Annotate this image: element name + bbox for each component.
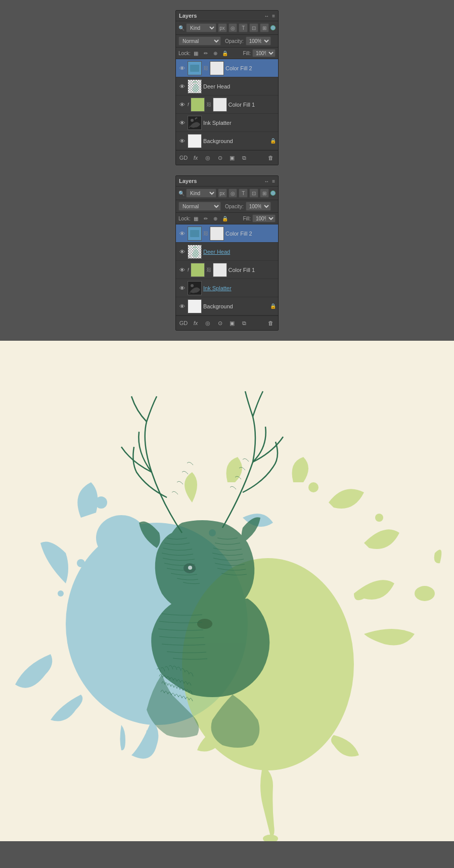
layer-row-color-fill-2[interactable]: 👁 ⛓ Color Fill 2 — [176, 59, 278, 77]
toolbar-new-btn-2[interactable]: ⧉ — [239, 318, 249, 328]
toolbar-fx-btn-2[interactable]: fx — [191, 318, 201, 328]
fill-select-1[interactable]: 100% — [252, 49, 276, 57]
layer-row-color-fill-1[interactable]: 👁 f ⛓ Color Fill 1 — [176, 96, 278, 114]
svg-point-0 — [191, 119, 194, 122]
chain-icon-4: ⛓ — [206, 267, 211, 272]
chain-icon-1: ⛓ — [203, 65, 208, 71]
filter-pixel-btn-2[interactable]: px — [218, 189, 227, 198]
toolbar-mask-btn-1[interactable]: ◎ — [203, 153, 213, 163]
filter-smart-btn-1[interactable]: ⊞ — [260, 23, 269, 32]
filter-on-indicator-1[interactable] — [270, 25, 276, 30]
panel-2-title: Layers — [179, 178, 197, 184]
layers-panel-1: Layers ↔ ≡ 🔍 Kind px ◎ T ⊡ ⊞ Normal Opac… — [175, 10, 279, 165]
toolbar-fx-btn-1[interactable]: fx — [191, 153, 201, 163]
toolbar-delete-btn-2[interactable]: 🗑 — [265, 318, 276, 328]
fill-label-2: Fill: — [243, 216, 251, 221]
eye-icon-color-fill-2[interactable]: 👁 — [178, 64, 186, 72]
menu-icon[interactable]: ≡ — [272, 13, 275, 19]
layer-name-background: Background — [203, 138, 268, 144]
filter-kind-select-2[interactable]: Kind — [186, 189, 216, 198]
lock-position-btn-2[interactable]: ⊕ — [211, 214, 219, 222]
fill-select-2[interactable]: 100% — [252, 214, 276, 222]
layer-row-ink-splatter-b[interactable]: 👁 ♪ Ink Splatter — [176, 279, 278, 297]
layer-name-deer-head: Deer Head — [203, 83, 276, 89]
eye-icon-color-fill-1b[interactable]: 👁 — [178, 266, 186, 274]
filter-adjust-btn-2[interactable]: ◎ — [229, 189, 238, 198]
layer-name-color-fill-2: Color Fill 2 — [225, 65, 276, 71]
toolbar-go-btn-1[interactable]: GD — [178, 153, 189, 163]
eye-icon-deer-head-b[interactable]: 👁 — [178, 248, 186, 256]
toolbar-new-btn-1[interactable]: ⧉ — [239, 153, 249, 163]
eye-icon-color-fill-2b[interactable]: 👁 — [178, 230, 186, 238]
eye-icon-color-fill-1[interactable]: 👁 — [178, 101, 186, 109]
lock-all-btn-1[interactable]: 🔒 — [221, 49, 229, 57]
eye-icon-background-b[interactable]: 👁 — [178, 302, 186, 310]
blend-mode-select-1[interactable]: Normal — [178, 36, 221, 45]
svg-point-14 — [375, 514, 383, 522]
filter-on-indicator-2[interactable] — [270, 191, 276, 196]
layer-thumb-white-1 — [210, 61, 224, 75]
layer-thumb-deer-2: ♪ — [188, 245, 202, 259]
dark-section: Layers ↔ ≡ 🔍 Kind px ◎ T ⊡ ⊞ Normal Opac… — [0, 0, 454, 341]
lock-image-btn-1[interactable]: ✏ — [202, 49, 210, 57]
layer-row-deer-head[interactable]: 👁 Deer Head — [176, 77, 278, 96]
filter-pixel-btn-1[interactable]: px — [218, 23, 227, 32]
lock-all-btn-2[interactable]: 🔒 — [221, 214, 229, 222]
svg-point-6 — [77, 559, 85, 567]
filter-type-btn-2[interactable]: T — [239, 189, 248, 198]
layer-thumb-white-2 — [213, 98, 227, 112]
layer-name-ink-splatter: Ink Splatter — [203, 120, 276, 126]
artwork-section — [0, 341, 454, 841]
filter-shape-btn-2[interactable]: ⊡ — [249, 189, 258, 198]
lock-transparent-btn-2[interactable]: ▦ — [192, 214, 200, 222]
layers-list-2: 👁 ⛓ Color Fill 2 👁 ♪ — [176, 224, 278, 315]
layer-row-color-fill-1b[interactable]: 👁 f ⛓ Color Fill 1 — [176, 261, 278, 279]
eye-icon-ink-splatter[interactable]: 👁 — [178, 119, 186, 127]
eye-icon-deer-head[interactable]: 👁 — [178, 82, 186, 90]
layer-thumb-bg-2 — [188, 299, 202, 313]
layer-row-deer-head-b[interactable]: 👁 ♪ Deer Head — [176, 243, 278, 261]
toolbar-mask-btn-2[interactable]: ◎ — [203, 318, 213, 328]
fx-icon-1: f — [188, 102, 189, 107]
panel-1-titlebar: Layers ↔ ≡ — [176, 11, 278, 21]
filter-type-btn-1[interactable]: T — [239, 23, 248, 32]
lock-row-2: Lock: ▦ ✏ ⊕ 🔒 Fill: 100% — [176, 213, 278, 224]
layer-name-color-fill-1b: Color Fill 1 — [229, 267, 276, 273]
toolbar-delete-btn-1[interactable]: 🗑 — [265, 153, 276, 163]
filter-kind-select-1[interactable]: Kind — [186, 23, 216, 32]
opacity-select-2[interactable]: 100% — [246, 202, 271, 211]
filter-row-1: 🔍 Kind px ◎ T ⊡ ⊞ — [176, 21, 278, 35]
expand-icon[interactable]: ↔ — [264, 13, 269, 19]
eye-icon-ink-splatter-b[interactable]: 👁 — [178, 284, 186, 292]
eye-icon-background[interactable]: 👁 — [178, 137, 186, 145]
layer-row-background-b[interactable]: 👁 Background 🔒 — [176, 297, 278, 315]
lock-position-btn-1[interactable]: ⊕ — [211, 49, 219, 57]
toolbar-go-btn-2[interactable]: GD — [178, 318, 189, 328]
filter-adjust-btn-1[interactable]: ◎ — [229, 23, 238, 32]
layer-thumb-ink-1: ♪ — [188, 116, 202, 130]
toolbar-adjust-btn-1[interactable]: ⊙ — [215, 153, 225, 163]
panel-1-title: Layers — [179, 13, 197, 19]
filter-smart-btn-2[interactable]: ⊞ — [260, 189, 269, 198]
menu-icon-2[interactable]: ≡ — [272, 178, 275, 184]
blend-row-1: Normal Opacity: 100% — [176, 35, 278, 48]
chain-icon-3: ⛓ — [203, 231, 208, 236]
blend-mode-select-2[interactable]: Normal — [178, 202, 221, 211]
toolbar-group-btn-2[interactable]: ▣ — [227, 318, 237, 328]
opacity-select-1[interactable]: 100% — [246, 36, 271, 45]
layer-thumb-green-1 — [191, 98, 205, 112]
expand-icon-2[interactable]: ↔ — [264, 178, 269, 184]
lock-transparent-btn-1[interactable]: ▦ — [192, 49, 200, 57]
layer-row-color-fill-2b[interactable]: 👁 ⛓ Color Fill 2 — [176, 224, 278, 243]
toolbar-group-btn-1[interactable]: ▣ — [227, 153, 237, 163]
filter-shape-btn-1[interactable]: ⊡ — [249, 23, 258, 32]
opacity-label-2: Opacity: — [225, 204, 244, 209]
monitor-screen-2 — [190, 230, 199, 237]
toolbar-adjust-btn-2[interactable]: ⊙ — [215, 318, 225, 328]
lock-image-btn-2[interactable]: ✏ — [202, 214, 210, 222]
layer-row-background[interactable]: 👁 Background 🔒 — [176, 132, 278, 150]
layer-row-ink-splatter[interactable]: 👁 ♪ Ink Splatter — [176, 114, 278, 132]
layer-thumb-white-3 — [210, 226, 224, 241]
lock-label-1: Lock: — [178, 51, 191, 56]
layer-thumb-monitor-2 — [188, 226, 202, 241]
